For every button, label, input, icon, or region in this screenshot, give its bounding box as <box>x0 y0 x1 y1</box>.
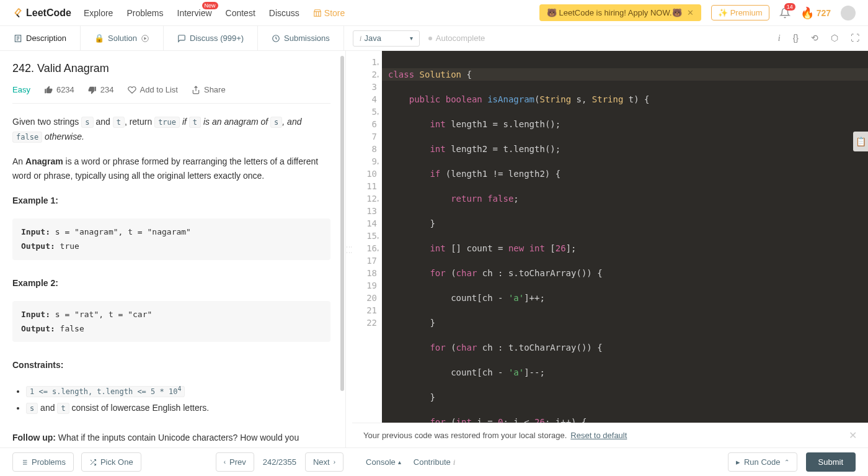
list-icon <box>20 459 28 466</box>
problem-meta: Easy 6234 234 Add to List Share <box>12 85 330 104</box>
prev-button[interactable]: ‹Prev <box>216 452 254 472</box>
autocomplete-toggle[interactable]: Autocomplete <box>428 34 485 43</box>
problem-tabs: Description 🔒Solution Discuss (999+) Sub… <box>0 26 344 50</box>
description: Given two strings s and t, return true i… <box>12 115 330 446</box>
desc-para1: Given two strings s and t, return true i… <box>12 115 330 145</box>
chevron-right-icon: › <box>334 459 335 465</box>
add-to-list-button[interactable]: Add to List <box>128 85 178 94</box>
premium-button[interactable]: ✨ Premium <box>711 5 769 20</box>
example2-block: Input: s = "rat", t = "car" Output: fals… <box>12 301 330 343</box>
top-right: 🐻 LeetCode is hiring! Apply NOW.🐻✕ ✨ Pre… <box>539 4 856 21</box>
clipboard-tab[interactable]: 📋 <box>853 132 868 151</box>
next-button[interactable]: Next› <box>305 452 343 472</box>
clock-icon <box>272 34 280 43</box>
code-content[interactable]: class Solution { public boolean isAnagra… <box>382 51 868 423</box>
svg-rect-0 <box>314 11 321 16</box>
page-indicator: 242/2355 <box>258 457 301 467</box>
main: 242. Valid Anagram Easy 6234 234 Add to … <box>0 51 868 447</box>
dislike-button[interactable]: 234 <box>88 85 114 94</box>
nav-interview[interactable]: InterviewNew <box>177 8 212 18</box>
bottom-mid: Console ▴ Contribute i <box>366 457 455 467</box>
chevron-down-icon: ▾ <box>410 35 413 42</box>
thumbs-up-icon <box>44 86 53 94</box>
store-icon <box>313 9 322 17</box>
dot-icon <box>428 37 432 40</box>
lock-icon: 🔒 <box>94 34 104 43</box>
followup: Follow up: What if the inputs contain Un… <box>12 431 330 446</box>
chat-icon <box>177 34 186 43</box>
tab-discuss[interactable]: Discuss (999+) <box>164 26 258 50</box>
editor-icons: i {} ⟲ ⬡ ⛶ <box>778 33 859 43</box>
notifications-button[interactable]: 14 <box>779 7 790 18</box>
nav-contest[interactable]: Contest <box>226 8 255 18</box>
tab-submissions[interactable]: Submissions <box>258 26 344 50</box>
run-code-button[interactable]: ▸ Run Code ⌃ <box>728 452 797 472</box>
top-nav: LeetCode Explore Problems InterviewNew C… <box>0 0 868 26</box>
restore-text: Your previous code was restored from you… <box>363 431 567 440</box>
constraints-title: Constraints: <box>12 360 63 370</box>
description-icon <box>14 34 22 43</box>
submit-button[interactable]: Submit <box>806 452 856 472</box>
reset-icon[interactable]: ⟲ <box>811 33 818 43</box>
braces-icon[interactable]: {} <box>793 33 799 43</box>
tab-bar: Description 🔒Solution Discuss (999+) Sub… <box>0 26 868 51</box>
example1-title: Example 1: <box>12 195 58 205</box>
close-icon[interactable]: ✕ <box>849 429 857 441</box>
pick-one-button[interactable]: Pick One <box>81 452 141 472</box>
tab-description[interactable]: Description <box>0 26 81 50</box>
settings-icon[interactable]: ⬡ <box>831 33 838 43</box>
editor-bar: iJava▾ Autocomplete i {} ⟲ ⬡ ⛶ <box>344 26 868 50</box>
nav-group: ‹Prev 242/2355 Next› <box>216 452 343 472</box>
problem-pane: 242. Valid Anagram Easy 6234 234 Add to … <box>0 51 346 447</box>
example2-title: Example 2: <box>12 278 58 288</box>
tab-solution[interactable]: 🔒Solution <box>81 26 164 50</box>
play-circle-icon <box>141 34 149 43</box>
chevron-up-icon: ⌃ <box>784 459 789 465</box>
logo[interactable]: LeetCode <box>12 7 71 19</box>
shuffle-icon <box>89 459 97 466</box>
hiring-close-icon[interactable]: ✕ <box>687 8 694 17</box>
desc-para2: An Anagram is a word or phrase formed by… <box>12 155 330 184</box>
scrollbar[interactable] <box>340 56 344 391</box>
line-gutter: 1▾2▾345▾6789▾101112▾131415▾16▾1718192021… <box>352 51 382 423</box>
console-button[interactable]: Console ▴ <box>366 457 401 467</box>
chevron-left-icon: ‹ <box>224 459 226 465</box>
nav-links: Explore Problems InterviewNew Contest Di… <box>84 8 345 18</box>
heart-icon <box>128 86 136 94</box>
bottom-right: ▸ Run Code ⌃ Submit <box>728 452 856 472</box>
language-select[interactable]: iJava▾ <box>353 30 420 47</box>
chevron-up-icon: ▴ <box>398 459 401 465</box>
streak[interactable]: 🔥727 <box>800 6 831 20</box>
new-badge: New <box>202 2 218 9</box>
restore-bar: Your previous code was restored from you… <box>352 423 868 447</box>
logo-text: LeetCode <box>26 7 71 19</box>
drag-handle[interactable]: ⋮⋮ <box>346 51 352 447</box>
problems-button[interactable]: Problems <box>12 452 74 472</box>
nav-explore[interactable]: Explore <box>84 8 113 18</box>
code-editor[interactable]: 1▾2▾345▾6789▾101112▾131415▾16▾1718192021… <box>352 51 868 423</box>
bottom-bar: Problems Pick One ‹Prev 242/2355 Next› C… <box>0 447 868 476</box>
notif-count: 14 <box>784 3 795 11</box>
example1-block: Input: s = "anagram", t = "nagaram" Outp… <box>12 218 330 260</box>
contribute-button[interactable]: Contribute i <box>414 457 456 467</box>
avatar[interactable] <box>841 6 856 20</box>
constraint-1: 1 <= s.length, t.length <= 5 * 104 <box>26 383 330 400</box>
difficulty: Easy <box>12 85 30 94</box>
bottom-left: Problems Pick One <box>12 452 141 472</box>
nav-problems[interactable]: Problems <box>126 8 163 18</box>
share-icon <box>192 86 200 94</box>
leetcode-logo-icon <box>12 7 24 19</box>
reset-link[interactable]: Reset to default <box>570 431 627 440</box>
problem-title: 242. Valid Anagram <box>12 62 330 75</box>
nav-store[interactable]: Store <box>313 8 345 18</box>
fullscreen-icon[interactable]: ⛶ <box>851 33 859 43</box>
info-icon: i <box>453 457 456 467</box>
share-button[interactable]: Share <box>192 85 226 94</box>
thumbs-down-icon <box>88 86 97 94</box>
like-button[interactable]: 6234 <box>44 85 74 94</box>
hiring-banner[interactable]: 🐻 LeetCode is hiring! Apply NOW.🐻✕ <box>539 4 701 21</box>
info-icon[interactable]: i <box>778 33 781 43</box>
nav-discuss[interactable]: Discuss <box>269 8 299 18</box>
editor-pane: 1▾2▾345▾6789▾101112▾131415▾16▾1718192021… <box>352 51 868 447</box>
constraint-2: s and t consist of lowercase English let… <box>26 400 330 416</box>
